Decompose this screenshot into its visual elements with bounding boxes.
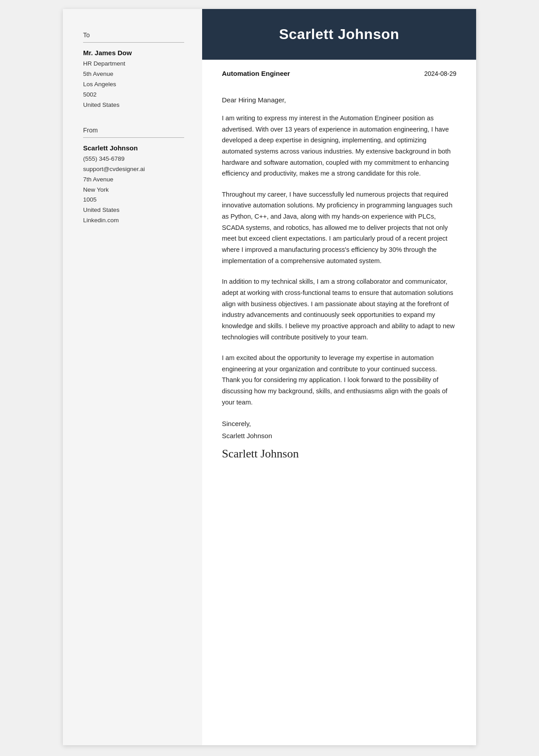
to-divider [83,42,184,43]
letter-paragraph-1: I am writing to express my interest in t… [222,113,456,179]
sender-postal: 1005 [83,195,184,205]
sender-city: New York [83,185,184,195]
recipient-postal: 5002 [83,90,184,100]
sender-phone: (555) 345-6789 [83,154,184,164]
sidebar: To Mr. James Dow HR Department 5th Avenu… [63,9,202,745]
from-label: From [83,127,184,134]
letter-closing: Sincerely, Scarlett Johnson [222,418,456,442]
letter-date: 2024-08-29 [424,70,456,77]
sender-country: United States [83,205,184,215]
cover-letter-page: To Mr. James Dow HR Department 5th Avenu… [63,9,476,745]
from-divider [83,137,184,138]
letter-body: Dear Hiring Manager, I am writing to exp… [202,85,476,461]
closing-name: Scarlett Johnson [222,430,456,442]
recipient-city: Los Angeles [83,79,184,90]
from-section: From Scarlett Johnson (555) 345-6789 sup… [83,127,184,226]
letter-salutation: Dear Hiring Manager, [222,96,456,104]
recipient-department: HR Department [83,59,184,69]
letter-paragraph-4: I am excited about the opportunity to le… [222,352,456,408]
letter-paragraph-3: In addition to my technical skills, I am… [222,276,456,343]
closing-text: Sincerely, [222,418,456,430]
applicant-name: Scarlett Johnson [216,26,463,43]
letter-meta: Automation Engineer 2024-08-29 [202,60,476,85]
recipient-name: Mr. James Dow [83,49,184,57]
recipient-country: United States [83,100,184,110]
to-label: To [83,31,184,39]
main-content: Scarlett Johnson Automation Engineer 202… [202,9,476,745]
sender-name: Scarlett Johnson [83,144,184,152]
to-section: To Mr. James Dow HR Department 5th Avenu… [83,31,184,110]
job-title: Automation Engineer [222,70,290,77]
recipient-street: 5th Avenue [83,69,184,79]
sender-website: Linkedin.com [83,215,184,226]
letter-paragraph-2: Throughout my career, I have successfull… [222,189,456,266]
sender-email: support@cvdesigner.ai [83,164,184,175]
letter-signature: Scarlett Johnson [222,447,456,461]
sender-street: 7th Avenue [83,175,184,185]
header-banner: Scarlett Johnson [202,9,476,60]
